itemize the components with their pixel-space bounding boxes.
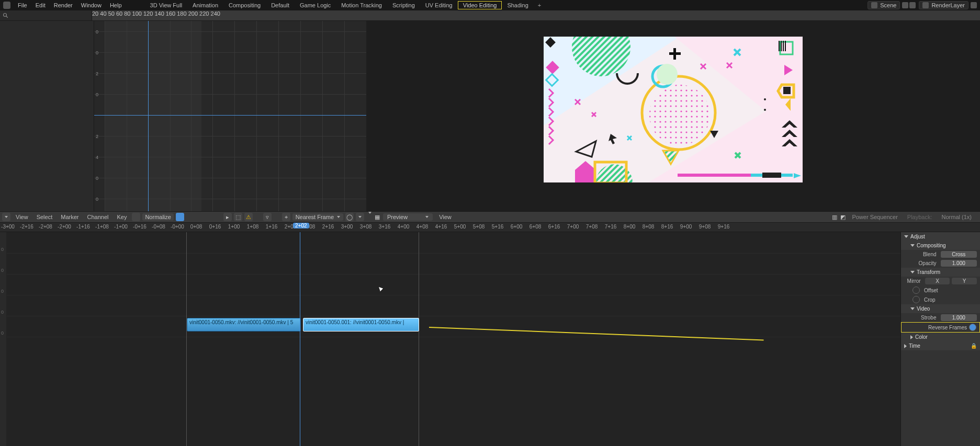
strobe-field[interactable]: 1.000: [941, 314, 977, 321]
auto-normalize-toggle[interactable]: [176, 213, 184, 221]
video-preview-panel[interactable]: [366, 21, 980, 211]
render-layer-selector[interactable]: RenderLayer: [919, 1, 968, 9]
playback-speed[interactable]: Normal (1x): [939, 214, 975, 220]
image-display-icon[interactable]: ▦: [375, 214, 380, 221]
outliner-search-input[interactable]: [0, 10, 92, 20]
mouse-cursor: [377, 284, 383, 293]
workspace-default[interactable]: Default: [266, 2, 295, 8]
preview-type-dropdown[interactable]: Preview: [383, 213, 433, 221]
frame-ruler[interactable]: 20 40 50 60 80 100 120 140 160 180 200 2…: [92, 10, 980, 20]
seq-tick: 4+16: [435, 224, 447, 230]
snap-mode-dropdown[interactable]: Nearest Frame: [292, 213, 343, 221]
frame-tick: 40: [100, 10, 106, 17]
new-layer-button[interactable]: [971, 2, 977, 8]
workspace-video-editing[interactable]: Video Editing: [458, 1, 502, 9]
menu-file[interactable]: File: [14, 2, 31, 8]
sequencer-editor-type-selector[interactable]: [368, 214, 371, 220]
scene-selector[interactable]: Scene: [868, 1, 900, 9]
svg-rect-44: [783, 87, 791, 94]
mirror-y-button[interactable]: Y: [952, 278, 977, 284]
workspace-3d-view-full[interactable]: 3D View Full: [145, 2, 188, 8]
seq-tick: 7+08: [586, 224, 598, 230]
panel-offset[interactable]: Offset: [901, 285, 980, 295]
offset-toggle[interactable]: [913, 287, 920, 294]
crop-toggle[interactable]: [913, 296, 920, 303]
sequencer-time-ruler[interactable]: /* ticks rendered below via JS */ -3+00-…: [0, 223, 980, 232]
delete-scene-button[interactable]: [909, 2, 916, 8]
workspace-scripting[interactable]: Scripting: [387, 2, 420, 8]
preview-menu-view[interactable]: View: [436, 214, 455, 220]
reverse-frames-toggle[interactable]: [969, 324, 976, 331]
proportional-falloff-dropdown[interactable]: [356, 213, 364, 221]
warning-icon[interactable]: ⚠: [244, 213, 253, 221]
seq-tick: -1+16: [76, 224, 90, 230]
add-workspace-button[interactable]: +: [534, 2, 545, 8]
workspace-compositing[interactable]: Compositing: [223, 2, 266, 8]
opacity-field[interactable]: 1.000: [941, 260, 977, 267]
graph-channel-list[interactable]: [0, 21, 94, 211]
snap-icon[interactable]: ⌖: [282, 213, 290, 221]
panel-adjust[interactable]: Adjust: [901, 232, 980, 241]
proportional-edit-toggle[interactable]: ◯: [345, 213, 354, 221]
menu-help[interactable]: Help: [106, 2, 126, 8]
graph-plot-area[interactable]: 0 0 2 0 2 4 0 0: [94, 21, 366, 211]
editor-headers-row: View Select Marker Channel Key Normalize…: [0, 211, 980, 223]
blend-dropdown[interactable]: Cross: [941, 251, 977, 258]
search-icon: [3, 13, 9, 19]
box-select-icon[interactable]: ⬚: [234, 213, 242, 221]
workspace-animation[interactable]: Animation: [187, 2, 223, 8]
graph-cursor-h[interactable]: [94, 115, 366, 116]
panel-video[interactable]: Video: [901, 304, 980, 313]
svg-marker-33: [663, 151, 679, 164]
new-scene-button[interactable]: [902, 2, 908, 8]
lock-icon[interactable]: 🔒: [971, 343, 977, 349]
video-strip-1[interactable]: vinit0001-0050.mkv: //vinit0001-0050.mkv…: [187, 318, 301, 331]
graph-editor-type-selector[interactable]: [2, 213, 10, 221]
reverse-frames-row[interactable]: Reverse Frames: [901, 322, 980, 333]
seq-tick: 0+16: [209, 224, 221, 230]
menu-window[interactable]: Window: [77, 2, 106, 8]
panel-transform[interactable]: Transform: [901, 268, 980, 277]
graph-canvas[interactable]: 0 0 2 0 2 4 0 0: [0, 21, 366, 211]
workspace-shading[interactable]: Shading: [502, 2, 533, 8]
workspace-uv-editing[interactable]: UV Editing: [420, 2, 458, 8]
gizmo-toggle-icon[interactable]: ◩: [840, 214, 846, 221]
seq-tick: -2+00: [58, 224, 71, 230]
video-strip-2-selected[interactable]: vinit0001-0050.001: //vinit0001-0050.mkv…: [303, 318, 419, 331]
blender-icon[interactable]: [3, 2, 10, 9]
normalize-toggle[interactable]: Normalize: [142, 213, 174, 221]
graph-menu-channel[interactable]: Channel: [84, 214, 111, 220]
workspace-game-logic[interactable]: Game Logic: [295, 2, 336, 8]
cursor-tool-icon[interactable]: ▸: [223, 213, 232, 221]
ghost-curves-toggle[interactable]: [132, 213, 140, 221]
mirror-x-button[interactable]: X: [925, 278, 950, 284]
power-sequencer-label: Power Sequencer: [849, 214, 900, 220]
panel-time[interactable]: Time🔒: [901, 341, 980, 350]
graph-playhead[interactable]: [148, 21, 149, 211]
sequencer-tracks-area[interactable]: 0 0 0 0 0 vinit0001-0050.mkv: //vinit000…: [0, 232, 900, 446]
strip-label: vinit0001-0050.001: //vinit0001-0050.mkv…: [306, 319, 404, 325]
menu-edit[interactable]: Edit: [31, 2, 50, 8]
frame-tick: 160: [166, 10, 175, 17]
seq-tick: -1+08: [95, 224, 109, 230]
annotation-line: [429, 327, 764, 341]
channel-number: 0: [1, 247, 4, 252]
panel-crop[interactable]: Crop: [901, 295, 980, 304]
panel-color[interactable]: Color: [901, 333, 980, 341]
sequencer-playhead[interactable]: [300, 232, 300, 446]
graph-menu-select[interactable]: Select: [33, 214, 56, 220]
seq-tick: -2+08: [39, 224, 52, 230]
svg-marker-31: [710, 131, 718, 138]
workspace-motion-tracking[interactable]: Motion Tracking: [336, 2, 387, 8]
overlay-toggle-icon[interactable]: ▥: [832, 214, 837, 221]
menu-render[interactable]: Render: [50, 2, 77, 8]
filter-icon[interactable]: ▿: [263, 213, 272, 221]
channel-number: 0: [1, 289, 4, 294]
graph-menu-key[interactable]: Key: [114, 214, 130, 220]
graph-menu-view[interactable]: View: [13, 214, 31, 220]
panel-title: Adjust: [910, 234, 925, 239]
svg-point-10: [649, 85, 710, 145]
graph-menu-marker[interactable]: Marker: [58, 214, 82, 220]
seq-tick: 2+16: [322, 224, 334, 230]
panel-compositing[interactable]: Compositing: [901, 241, 980, 250]
